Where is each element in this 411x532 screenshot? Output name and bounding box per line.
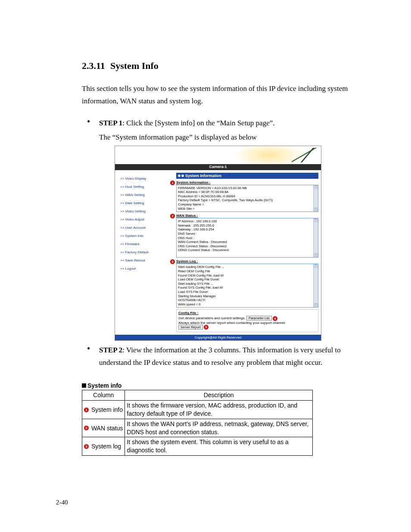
nav-user-account[interactable]: >> User Account: [120, 224, 174, 232]
wan-status-heading: 2 WAN Status :: [176, 214, 318, 218]
scrollbar[interactable]: ˄˅: [313, 264, 318, 307]
panel-title: System Information: [176, 173, 318, 179]
step1-caption: The “System information page” is display…: [99, 131, 359, 144]
scrollbar[interactable]: ˄˅: [313, 185, 318, 212]
table-row: 2 WAN status It shows the WAN port’s IP …: [82, 419, 313, 437]
nav-factory-default[interactable]: >> Factory Default: [120, 248, 174, 256]
callout-1-icon: 1: [170, 180, 175, 185]
table-row: 1 System info It shows the firmware vers…: [82, 400, 313, 419]
nav-video-setting[interactable]: >> Video Setting: [120, 207, 174, 215]
th-description: Description: [125, 390, 313, 400]
step-2: STEP 2: View the information at the 3 co…: [87, 344, 359, 369]
screenshot-nav: >> Video Display >> Host Setting >> WAN …: [115, 170, 176, 335]
th-column: Column: [82, 390, 125, 400]
server-report-button[interactable]: Server Report: [178, 325, 203, 330]
system-log-heading: 3 System Log :: [176, 259, 318, 263]
section-heading: 2.3.11System Info: [82, 60, 359, 72]
scrollbar[interactable]: ˄˅: [313, 218, 318, 257]
row1-callout-icon: 1: [84, 408, 89, 412]
callout-5-icon: 5: [204, 325, 209, 330]
nav-save-reboot[interactable]: >> Save Reboot: [120, 256, 174, 264]
screenshot-footer: Copyright@All Right Reserved: [115, 335, 321, 340]
parameter-list-button[interactable]: Parameter List: [246, 316, 272, 320]
wan-status-textarea[interactable]: IP Address : 192.168.0.100 Netmask : 255…: [176, 218, 318, 258]
system-log-textarea[interactable]: Start loading OEM Config File ... Read O…: [176, 264, 318, 308]
nav-firmware[interactable]: >> Firmware: [120, 240, 174, 248]
row3-name: System log: [91, 443, 121, 450]
nav-system-info[interactable]: >> System Info: [120, 232, 174, 240]
row3-desc: It shows the system event. This column i…: [125, 437, 313, 456]
row3-callout-icon: 3: [84, 444, 89, 449]
nav-wan-setting[interactable]: >> WAN Setting: [120, 191, 174, 199]
table-row: 3 System log It shows the system event. …: [82, 437, 313, 456]
nav-host-setting[interactable]: >> Host Setting: [120, 183, 174, 191]
row2-name: WAN status: [91, 425, 123, 432]
nav-date-setting[interactable]: >> Date Setting: [120, 199, 174, 207]
square-bullet-icon: [82, 383, 86, 388]
system-info-table: Column Description 1 System info It show…: [82, 390, 313, 456]
config-file-text1: Get device parameters and current settin…: [178, 316, 246, 320]
screenshot-panel: Camera-1 >> Video Display >> Host Settin…: [115, 146, 321, 341]
step2-label: STEP 2: [99, 346, 122, 354]
step2-text: : View the information at the 3 columns.…: [99, 346, 341, 367]
screenshot-header-art: [115, 146, 321, 164]
section-title: System Info: [110, 60, 159, 71]
camera-title: Camera-1: [115, 164, 321, 170]
callout-4-icon: 4: [273, 316, 277, 321]
row2-callout-icon: 2: [84, 426, 89, 430]
step-1: STEP 1: Click the [System info] on the “…: [87, 117, 359, 341]
config-file-heading: Config File :: [178, 311, 316, 315]
row1-name: System info: [91, 406, 123, 413]
intro-text: This section tells you how to see the sy…: [82, 83, 359, 108]
system-info-heading: 1 System Information :: [176, 180, 318, 184]
system-info-textarea[interactable]: FIRMWARE VERSION = A1D-220-V3.02.06-NB M…: [176, 185, 318, 212]
step1-label: STEP 1: [99, 119, 122, 127]
table-heading: System info: [82, 382, 359, 389]
nav-video-adjust[interactable]: >> Video Adjust: [120, 215, 174, 224]
nav-video-display[interactable]: >> Video Display: [120, 174, 174, 183]
config-file-block: Config File : Get device parameters and …: [176, 309, 318, 332]
step1-text: : Click the [System info] on the “Main S…: [122, 119, 274, 127]
page-number: 2-40: [56, 499, 68, 506]
config-file-text2: Always attach the server report when con…: [178, 321, 316, 325]
nav-logout[interactable]: >> Logout: [120, 264, 174, 273]
section-number: 2.3.11: [82, 60, 110, 72]
row1-desc: It shows the firmware version, MAC addre…: [125, 400, 313, 419]
row2-desc: It shows the WAN port’s IP address, netm…: [125, 419, 313, 437]
